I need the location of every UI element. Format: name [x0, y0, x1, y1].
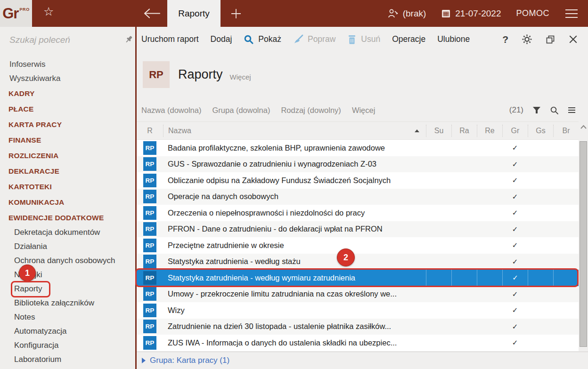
edit-button[interactable]: Popraw: [293, 34, 335, 45]
cell-ra: [451, 335, 477, 351]
table-row[interactable]: RPPFRON - Dane o zatrudnieniu - do dekla…: [137, 221, 579, 238]
sidebar-item-wyszukiwarka[interactable]: Wyszukiwarka: [0, 72, 135, 86]
cell-gr: ✓: [502, 254, 528, 270]
search-input[interactable]: [9, 35, 125, 45]
page-header: RP Raporty Więcej: [137, 52, 579, 99]
scrollbar-up-arrow[interactable]: [579, 122, 588, 132]
favorites-star-icon[interactable]: ☆: [43, 6, 54, 17]
sidebar-item-dzia-ania[interactable]: Działania: [0, 240, 135, 254]
sidebar-item-finanse[interactable]: FINANSE: [0, 132, 135, 148]
report-name: Obliczanie odpisu na Zakładowy Fundusz Ś…: [163, 172, 426, 189]
settings-gear-icon[interactable]: [522, 34, 532, 44]
show-button[interactable]: Pokaż: [244, 34, 281, 45]
sidebar-item-kadry[interactable]: KADRY: [0, 86, 135, 101]
filter-group[interactable]: Grupa (dowolna): [212, 106, 270, 115]
delete-button[interactable]: Usuń: [347, 34, 380, 45]
operator-indicator[interactable]: (brak): [388, 8, 426, 19]
table-row[interactable]: RPBadania profilaktyczne, szkolenia BHP,…: [137, 140, 579, 156]
group-row-karta-pracy[interactable]: Grupa: Karta pracy (1): [137, 352, 588, 369]
help-button[interactable]: ?: [502, 34, 508, 45]
checkmark-icon: ✓: [512, 193, 518, 201]
cell-ra: [451, 270, 477, 286]
cell-gr: ✓: [502, 221, 528, 238]
column-header-gs[interactable]: Gs: [528, 125, 553, 137]
report-name: Statystyka zatrudnienia - według wymiaru…: [163, 270, 426, 286]
sidebar-item-dekretacja-dokument-w[interactable]: Dekretacja dokumentów: [0, 225, 135, 240]
cell-su: [426, 237, 451, 254]
back-arrow-icon[interactable]: [143, 8, 161, 19]
sidebar-item-deklaracje[interactable]: DEKLARACJE: [0, 163, 135, 179]
cell-re: [477, 270, 502, 286]
cell-re: [477, 189, 502, 205]
sidebar-item-konfiguracja[interactable]: Konfiguracja: [0, 338, 135, 353]
tab-raporty[interactable]: Raporty: [167, 0, 220, 27]
table-row[interactable]: RPZatrudnienie na dzień 30 listopada - u…: [137, 319, 579, 335]
sidebar-item-ochrona-danych-osobowych[interactable]: Ochrona danych osobowych: [0, 254, 135, 268]
checkmark-icon: ✓: [512, 290, 518, 298]
operations-menu[interactable]: Operacje: [392, 34, 425, 44]
table-row[interactable]: RPOrzeczenia o niepełnosprawności i niez…: [137, 205, 579, 221]
sidebar-item-p-ace[interactable]: PŁACE: [0, 101, 135, 117]
add-button[interactable]: Dodaj: [211, 34, 232, 44]
restore-window-icon[interactable]: [546, 35, 555, 44]
more-link[interactable]: Więcej: [230, 73, 251, 81]
report-type-icon: RP: [143, 287, 156, 301]
date-indicator[interactable]: 21-07-2022: [441, 8, 501, 19]
sidebar-item-karta-pracy[interactable]: KARTA PRACY: [0, 117, 135, 132]
table-row[interactable]: RPStatystyka zatrudnienia - według stażu…: [137, 254, 579, 270]
column-header-br[interactable]: Br: [553, 125, 579, 137]
cell-gs: [528, 140, 553, 156]
sidebar-item-label: KADRY: [8, 89, 35, 98]
filter-type[interactable]: Rodzaj (dowolny): [281, 106, 341, 115]
scrollbar-thumb[interactable]: [580, 141, 587, 347]
table-row[interactable]: RPObliczanie odpisu na Zakładowy Fundusz…: [137, 172, 579, 189]
table-row-selected[interactable]: RPStatystyka zatrudnienia - według wymia…: [137, 270, 579, 286]
filter-funnel-icon[interactable]: [532, 106, 541, 114]
filter-name[interactable]: Nazwa (dowolna): [141, 106, 201, 115]
cell-re: [477, 254, 502, 270]
sidebar-item-label: Działania: [14, 242, 47, 251]
filter-more[interactable]: Więcej: [352, 106, 376, 115]
table-row[interactable]: RPGUS - Sprawozdanie o zatrudnieniu i wy…: [137, 156, 579, 173]
column-header-r[interactable]: R: [137, 125, 163, 137]
sidebar-item-notes[interactable]: Notes: [0, 310, 135, 324]
sidebar-item-label: Ochrona danych osobowych: [14, 256, 115, 265]
main-menu-icon[interactable]: [564, 8, 579, 19]
close-icon[interactable]: [569, 35, 578, 44]
column-header-re[interactable]: Re: [477, 125, 502, 137]
group-label: Grupa: Karta pracy (1): [150, 356, 229, 365]
cell-su: [426, 319, 451, 335]
favorites-menu[interactable]: Ulubione: [437, 34, 470, 44]
sidebar-item-ewidencje-dodatkowe[interactable]: EWIDENCJE DODATKOWE: [0, 210, 135, 225]
pin-icon[interactable]: [125, 35, 134, 44]
sidebar-item-raporty[interactable]: Raporty: [0, 282, 135, 296]
sidebar-item-infoserwis[interactable]: Infoserwis: [0, 57, 135, 72]
sidebar-item-rozliczenia[interactable]: ROZLICZENIA: [0, 148, 135, 163]
table-row[interactable]: RPZUS IWA - Informacja o danych do ustal…: [137, 335, 579, 351]
cell-ra: [451, 286, 477, 303]
checkmark-icon: ✓: [512, 144, 518, 152]
new-tab-button[interactable]: [229, 7, 243, 20]
report-name: Wizy: [163, 302, 426, 319]
cell-gs: [528, 205, 553, 221]
sidebar-item-biblioteka-za-cznik-w[interactable]: Biblioteka załączników: [0, 296, 135, 310]
sidebar-item-komunikacja[interactable]: KOMUNIKACJA: [0, 194, 135, 210]
list-options-icon[interactable]: [568, 107, 576, 113]
sidebar-item-naklejki[interactable]: Naklejki: [0, 268, 135, 282]
help-menu[interactable]: POMOC: [516, 8, 549, 18]
table-row[interactable]: RPPrzeciętne zatrudnienie w okresie✓: [137, 237, 579, 254]
sort-ascending-icon: [415, 129, 419, 132]
table-row[interactable]: RPWizy✓: [137, 302, 579, 319]
sidebar-item-laboratorium[interactable]: Laboratorium: [0, 353, 135, 367]
column-header-nazwa[interactable]: Nazwa: [163, 125, 426, 137]
column-header-ra[interactable]: Ra: [451, 125, 477, 137]
column-header-su[interactable]: Su: [426, 125, 451, 137]
cell-re: [477, 140, 502, 156]
sidebar-item-kartoteki[interactable]: KARTOTEKI: [0, 179, 135, 194]
sidebar-item-automatyzacja[interactable]: Automatyzacja: [0, 324, 135, 338]
table-row[interactable]: RPOperacje na danych osobowych✓: [137, 189, 579, 205]
column-header-gr[interactable]: Gr: [502, 125, 528, 137]
search-list-icon[interactable]: [550, 106, 559, 115]
run-report-button[interactable]: Uruchom raport: [141, 34, 199, 44]
table-row[interactable]: RPUmowy - przekroczenie limitu zatrudnia…: [137, 286, 579, 303]
